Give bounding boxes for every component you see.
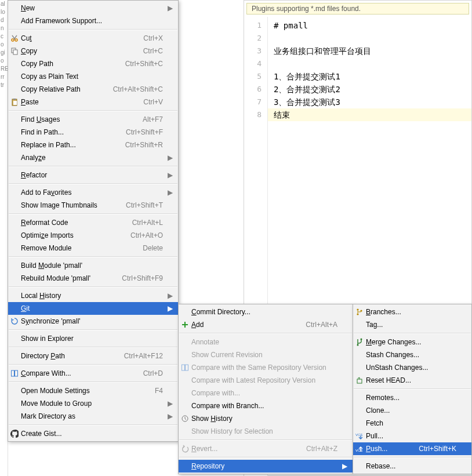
repo-menu-item[interactable]: Remotes... bbox=[353, 391, 471, 404]
main-menu-item[interactable]: Mark Directory as▶ bbox=[8, 410, 178, 423]
editor-line[interactable]: # pmall bbox=[274, 19, 471, 32]
repo-menu-item[interactable]: Rebase... bbox=[353, 460, 471, 473]
svg-point-1 bbox=[15, 39, 17, 41]
main-menu-item[interactable]: Copy Relative PathCtrl+Alt+Shift+C bbox=[8, 83, 178, 96]
main-menu-item[interactable]: Replace in Path...Ctrl+Shift+R bbox=[8, 139, 178, 151]
editor-line[interactable]: 业务组接口和管理平台项目 bbox=[274, 45, 471, 57]
main-menu-item[interactable]: Show Image ThumbnailsCtrl+Shift+T bbox=[8, 199, 178, 212]
menu-separator bbox=[9, 381, 177, 383]
svg-point-13 bbox=[357, 313, 358, 315]
menu-item-shortcut: Ctrl+Alt+L bbox=[132, 219, 168, 227]
github-icon bbox=[8, 430, 21, 438]
add-icon bbox=[179, 321, 191, 329]
menu-item-label: Rebase... bbox=[366, 462, 461, 470]
menu-item-label: Paste bbox=[21, 98, 143, 106]
menu-separator bbox=[179, 457, 352, 458]
main-menu-item[interactable]: Remove ModuleDelete bbox=[8, 242, 178, 255]
main-menu-item[interactable]: Open Module SettingsF4 bbox=[8, 384, 178, 397]
main-menu-item[interactable]: Find UsagesAlt+F7 bbox=[8, 113, 178, 126]
git-menu-item[interactable]: AddCtrl+Alt+A bbox=[179, 318, 353, 331]
svg-point-0 bbox=[12, 39, 14, 41]
editor-line[interactable]: 1、合并提交测试1 bbox=[274, 70, 471, 83]
menu-item-label: Copy bbox=[21, 47, 143, 55]
main-menu-item[interactable]: Analyze▶ bbox=[8, 151, 178, 164]
git-menu-item: Show Current Revision bbox=[179, 348, 353, 361]
menu-separator bbox=[9, 183, 177, 184]
repo-menu-item[interactable]: Branches... bbox=[353, 306, 471, 318]
main-menu-item[interactable]: CopyCtrl+C bbox=[8, 45, 178, 57]
git-menu-item: Show History for Selection bbox=[179, 425, 353, 438]
menu-item-shortcut: Ctrl+Shift+F bbox=[126, 128, 168, 136]
repo-menu-item[interactable]: UnStash Changes... bbox=[353, 361, 471, 374]
menu-item-shortcut: Ctrl+X bbox=[143, 34, 168, 42]
menu-item-label: Show Current Revision bbox=[191, 351, 342, 359]
compare-icon bbox=[179, 364, 191, 372]
repo-menu-item[interactable]: Reset HEAD... bbox=[353, 374, 471, 387]
main-menu-item[interactable]: Create Gist... bbox=[8, 427, 178, 440]
main-menu-item[interactable]: Add to Favorites▶ bbox=[8, 186, 178, 199]
submenu-arrow-icon: ▶ bbox=[168, 188, 173, 197]
menu-item-label: Optimize Imports bbox=[21, 231, 130, 239]
submenu-arrow-icon: ▶ bbox=[168, 412, 173, 420]
repo-menu-item[interactable]: Merge Changes... bbox=[353, 336, 471, 348]
svg-point-16 bbox=[361, 339, 362, 340]
repo-menu-item[interactable]: Stash Changes... bbox=[353, 348, 471, 361]
git-menu-item[interactable]: Compare with Branch... bbox=[179, 399, 353, 412]
menu-item-label: Rebuild Module 'pmall' bbox=[21, 274, 122, 282]
menu-item-label: Cut bbox=[21, 34, 143, 42]
menu-item-label: Fetch bbox=[366, 419, 461, 427]
menu-item-label: Replace in Path... bbox=[21, 141, 125, 149]
main-menu-item[interactable]: Rebuild Module 'pmall'Ctrl+Shift+F9 bbox=[8, 272, 178, 285]
repo-menu-item[interactable]: Tag... bbox=[353, 318, 471, 331]
main-menu-item[interactable]: Copy PathCtrl+Shift+C bbox=[8, 57, 178, 70]
repo-menu-item[interactable]: Fetch bbox=[353, 417, 471, 430]
main-menu-item[interactable]: Move Module to Group▶ bbox=[8, 397, 178, 410]
menu-separator bbox=[9, 364, 177, 365]
menu-item-label: Git bbox=[21, 304, 168, 313]
git-menu-item[interactable]: Repository▶ bbox=[179, 460, 353, 473]
menu-item-label: Add to Favorites bbox=[21, 188, 168, 197]
git-menu-item[interactable]: Show History bbox=[179, 412, 353, 425]
menu-item-label: Create Gist... bbox=[21, 430, 168, 438]
main-menu-item[interactable]: Optimize ImportsCtrl+Alt+O bbox=[8, 229, 178, 242]
menu-separator bbox=[179, 333, 352, 334]
menu-item-label: Branches... bbox=[366, 308, 461, 316]
editor-line[interactable] bbox=[274, 32, 471, 45]
context-menu-git[interactable]: Commit Directory...AddCtrl+Alt+AAnnotate… bbox=[178, 304, 353, 474]
main-menu-item[interactable]: Git▶ bbox=[8, 302, 178, 315]
plugin-hint-bar[interactable]: Plugins supporting *.md files found. bbox=[246, 3, 469, 14]
svg-rect-6 bbox=[13, 101, 17, 105]
main-menu-item[interactable]: Directory PathCtrl+Alt+F12 bbox=[8, 350, 178, 362]
main-menu-item[interactable]: New▶ bbox=[8, 2, 178, 14]
context-menu-repository[interactable]: Branches...Tag...Merge Changes...Stash C… bbox=[353, 304, 472, 474]
main-menu-item[interactable]: Compare With...Ctrl+D bbox=[8, 367, 178, 380]
context-menu-main[interactable]: New▶Add Framework Support...CutCtrl+XCop… bbox=[8, 0, 179, 442]
menu-item-shortcut: Ctrl+Shift+R bbox=[125, 141, 168, 149]
main-menu-item[interactable]: Show in Explorer bbox=[8, 332, 178, 345]
menu-item-label: Annotate bbox=[191, 338, 342, 346]
main-menu-item[interactable]: CutCtrl+X bbox=[8, 32, 178, 45]
main-menu-item[interactable]: Find in Path...Ctrl+Shift+F bbox=[8, 126, 178, 139]
sync-icon bbox=[8, 317, 21, 325]
menu-item-shortcut: Ctrl+V bbox=[143, 98, 168, 106]
main-menu-item[interactable]: Add Framework Support... bbox=[8, 14, 178, 27]
editor-line[interactable]: 结束 bbox=[268, 108, 471, 121]
main-menu-item[interactable]: Local History▶ bbox=[8, 289, 178, 302]
editor-line[interactable]: 3、合并提交测试3 bbox=[274, 96, 471, 108]
menu-separator bbox=[9, 166, 177, 167]
main-menu-item[interactable]: Reformat CodeCtrl+Alt+L bbox=[8, 216, 178, 229]
repo-menu-item[interactable]: VCSPush...Ctrl+Shift+K bbox=[353, 442, 471, 455]
main-menu-item[interactable]: Synchronize 'pmall' bbox=[8, 315, 178, 328]
main-menu-item[interactable]: Build Module 'pmall' bbox=[8, 259, 178, 272]
main-menu-item[interactable]: Refactor▶ bbox=[8, 169, 178, 181]
history-icon bbox=[179, 415, 191, 423]
editor-line[interactable] bbox=[274, 57, 471, 70]
main-menu-item[interactable]: PasteCtrl+V bbox=[8, 96, 178, 108]
editor-line[interactable]: 2、合并提交测试2 bbox=[274, 83, 471, 96]
main-menu-item[interactable]: Copy as Plain Text bbox=[8, 70, 178, 83]
svg-rect-3 bbox=[13, 50, 17, 54]
git-menu-item[interactable]: Commit Directory... bbox=[179, 306, 353, 318]
menu-item-label: Reformat Code bbox=[21, 219, 132, 227]
repo-menu-item[interactable]: Clone... bbox=[353, 404, 471, 417]
repo-menu-item[interactable]: VCSPull... bbox=[353, 430, 471, 442]
